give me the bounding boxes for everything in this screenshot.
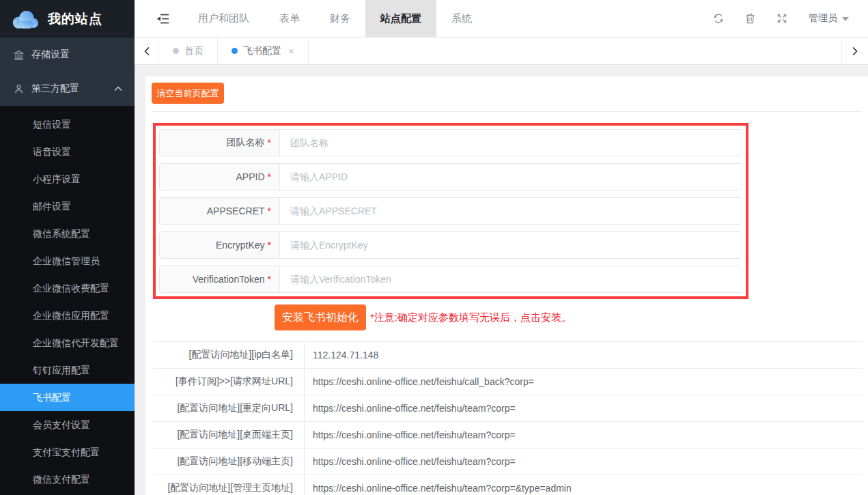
info-value: https://ceshi.online-office.net/feishu/t… (305, 395, 516, 421)
refresh-icon[interactable] (713, 13, 724, 24)
sidebar-item-wecom-admin[interactable]: 企业微信管理员 (0, 247, 135, 274)
required-mark: * (268, 137, 271, 148)
form-row-encryptkey: EncryptKey * (159, 231, 742, 259)
sidebar-item-sms[interactable]: 短信设置 (0, 111, 135, 138)
tab-status-dot (173, 48, 179, 54)
sidebar-item-wechat-system[interactable]: 微信系统配置 (0, 220, 135, 247)
clear-config-button[interactable]: 清空当前页配置 (152, 83, 224, 104)
tab-home[interactable]: 首页 (159, 38, 218, 64)
top-navbar: 用户和团队 表单 财务 站点配置 系统 (135, 0, 868, 38)
table-row: [配置访问地址][重定向URL] https://ceshi.online-of… (153, 395, 863, 422)
feishu-config-form: 团队名称 * APPID * APPSECRET * EncryptKey * (153, 123, 748, 299)
sidebar-item-label: 第三方配置 (31, 83, 107, 95)
form-row-verificationtoken: VerificationToken * (159, 266, 742, 293)
user-menu[interactable]: 管理员 (809, 12, 849, 25)
info-value: https://ceshi.online-office.net/feishu/t… (305, 422, 516, 448)
app-title: 我的站点 (48, 10, 102, 28)
sidebar-item-third-party[interactable]: 第三方配置 (0, 72, 135, 106)
field-label: EncryptKey * (160, 232, 280, 258)
fold-icon[interactable] (156, 14, 169, 24)
app-logo: 我的站点 (0, 0, 135, 38)
install-feishu-button[interactable]: 安装飞书初始化 (275, 305, 366, 330)
info-label: [配置访问地址][ip白名单] (153, 342, 305, 368)
sidebar-item-wecom-billing[interactable]: 企业微信收费配置 (0, 274, 135, 302)
sidebar-item-wechat-pay[interactable]: 微信支付配置 (0, 466, 135, 493)
sidebar-submenu: 短信设置 语音设置 小程序设置 邮件设置 微信系统配置 企业微信管理员 企业微信… (0, 106, 135, 493)
field-label: APPSECRET * (160, 198, 280, 224)
info-value: https://ceshi.online-office.net/feishu/t… (305, 475, 572, 495)
sidebar-item-feishu-config[interactable]: 飞书配置 (0, 384, 135, 411)
nav-item-forms[interactable]: 表单 (264, 0, 315, 37)
chevron-left-icon[interactable] (135, 38, 159, 64)
sidebar-item-dingtalk-app[interactable]: 钉钉应用配置 (0, 356, 135, 384)
required-mark: * (268, 206, 271, 216)
nav-item-users-teams[interactable]: 用户和团队 (183, 0, 264, 37)
appid-input[interactable] (280, 164, 742, 190)
top-nav-menu: 用户和团队 表单 财务 站点配置 系统 (183, 0, 487, 37)
nav-item-finance[interactable]: 财务 (315, 0, 365, 37)
info-label: [配置访问地址][桌面端主页] (153, 422, 305, 448)
sidebar-item-voice[interactable]: 语音设置 (0, 138, 135, 165)
sidebar-item-email[interactable]: 邮件设置 (0, 193, 135, 220)
info-label: [配置访问地址][重定向URL] (153, 395, 305, 421)
encryptkey-input[interactable] (280, 232, 742, 258)
form-row-appid: APPID * (159, 163, 742, 190)
close-icon[interactable]: × (288, 45, 294, 57)
cloud-icon (9, 8, 40, 31)
form-row-team-name: 团队名称 * (159, 129, 742, 156)
info-value: https://ceshi.online-office.net/feishu/t… (305, 449, 516, 475)
sidebar-item-miniprogram[interactable]: 小程序设置 (0, 165, 135, 193)
sidebar: 我的站点 存储设置 第三方配置 短信设置 语音设置 小程序设置 (0, 0, 135, 495)
field-label: 团队名称 * (160, 130, 280, 156)
tab-feishu-config[interactable]: 飞书配置 × (218, 38, 309, 64)
required-mark: * (268, 171, 271, 182)
bank-icon (14, 50, 24, 60)
sidebar-item-wecom-app[interactable]: 企业微信应用配置 (0, 302, 135, 329)
install-note: *注意:确定对应参数填写无误后，点击安装。 (370, 311, 572, 324)
install-row: 安装飞书初始化 *注意:确定对应参数填写无误后，点击安装。 (275, 305, 862, 330)
navbar-actions: 管理员 (713, 12, 868, 25)
divider (152, 111, 862, 112)
table-row: [配置访问地址][桌面端主页] https://ceshi.online-off… (153, 422, 863, 449)
tab-label: 首页 (184, 45, 204, 57)
table-row: [配置访问地址][管理主页地址] https://ceshi.online-of… (153, 475, 863, 495)
table-row: [事件订阅]>>[请求网址URL] https://ceshi.online-o… (153, 369, 863, 395)
field-label: APPID * (160, 164, 280, 190)
table-row: [配置访问地址][ip白名单] 112.124.71.148 (153, 342, 863, 369)
page-tabbar: 首页 飞书配置 × (135, 38, 868, 65)
info-label: [配置访问地址][移动端主页] (153, 449, 305, 475)
user-menu-label: 管理员 (809, 12, 837, 25)
sidebar-item-wecom-dev[interactable]: 企业微信代开发配置 (0, 329, 135, 356)
info-value: https://ceshi.online-office.net/feishu/c… (305, 369, 534, 395)
trash-icon[interactable] (745, 13, 755, 24)
team-name-input[interactable] (280, 130, 742, 156)
person-icon (14, 84, 24, 94)
appsecret-input[interactable] (280, 198, 742, 224)
sidebar-item-member-pay[interactable]: 会员支付设置 (0, 411, 135, 438)
tab-status-dot (232, 48, 238, 54)
verificationtoken-input[interactable] (280, 266, 742, 292)
chevron-right-icon[interactable] (841, 38, 868, 64)
field-label: VerificationToken * (160, 266, 280, 292)
info-value: 112.124.71.148 (305, 342, 378, 368)
info-label: [配置访问地址][管理主页地址] (153, 475, 305, 495)
required-mark: * (268, 274, 271, 285)
info-label: [事件订阅]>>[请求网址URL] (153, 369, 305, 395)
config-info-table: [配置访问地址][ip白名单] 112.124.71.148 [事件订阅]>>[… (153, 341, 863, 495)
required-mark: * (268, 240, 271, 251)
fullscreen-icon[interactable] (776, 13, 787, 24)
tab-label: 飞书配置 (243, 45, 281, 57)
table-row: [配置访问地址][移动端主页] https://ceshi.online-off… (153, 449, 863, 475)
caret-down-icon (842, 17, 849, 21)
nav-item-system[interactable]: 系统 (436, 0, 487, 37)
feishu-config-panel: 清空当前页配置 团队名称 * APPID * APPSECRET * (145, 76, 868, 495)
nav-item-site-config[interactable]: 站点配置 (365, 0, 436, 37)
sidebar-item-label: 存储设置 (31, 48, 70, 61)
sidebar-item-alipay[interactable]: 支付宝支付配置 (0, 438, 135, 466)
sidebar-item-storage[interactable]: 存储设置 (0, 38, 135, 72)
form-row-appsecret: APPSECRET * (159, 197, 742, 225)
chevron-up-icon (114, 86, 122, 91)
